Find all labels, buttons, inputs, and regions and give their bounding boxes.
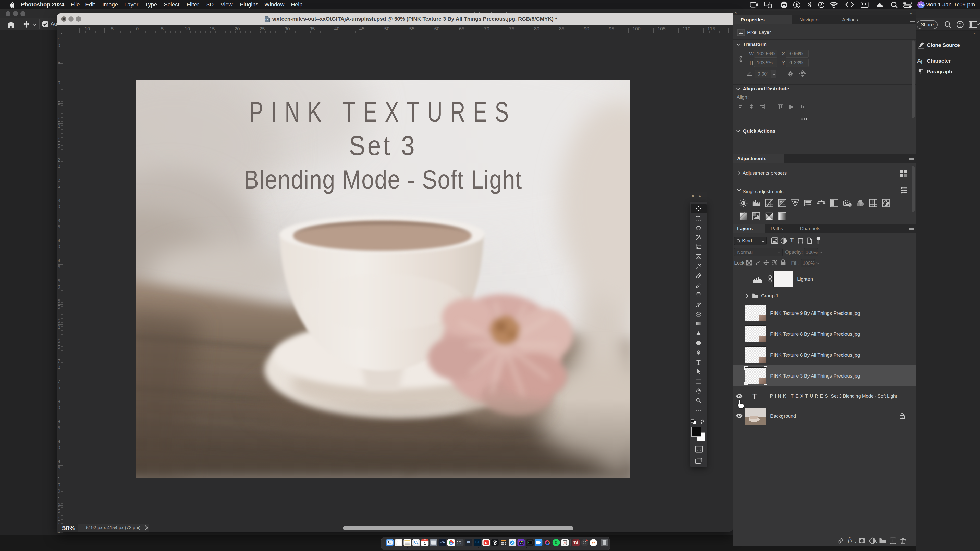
svg-text:Ps: Ps [266, 18, 268, 21]
